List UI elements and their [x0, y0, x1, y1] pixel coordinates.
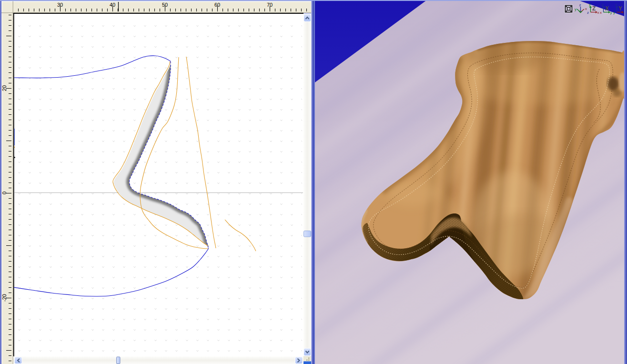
svg-text:20: 20: [1, 85, 7, 91]
svg-text:x: x: [600, 10, 602, 15]
svg-text:-20: -20: [1, 294, 7, 302]
svg-text:z: z: [587, 10, 589, 15]
svg-text:50: 50: [162, 2, 168, 8]
svg-text:y: y: [613, 10, 615, 15]
svg-text:0: 0: [1, 192, 7, 194]
svg-text:60: 60: [214, 2, 220, 8]
svg-text:Z: Z: [592, 5, 596, 12]
svg-text:Y: Y: [618, 5, 622, 12]
svg-text:z: z: [602, 2, 604, 7]
svg-text:30: 30: [57, 2, 63, 8]
svg-text:y: y: [610, 10, 612, 15]
svg-text:40: 40: [110, 2, 115, 8]
svg-text:y: y: [575, 7, 576, 11]
svg-text:x: x: [597, 10, 599, 15]
svg-text:z: z: [579, 3, 581, 7]
svg-text:z: z: [615, 2, 617, 7]
svg-text:X: X: [605, 5, 609, 12]
svg-text:y: y: [589, 2, 591, 7]
svg-text:70: 70: [267, 2, 273, 8]
